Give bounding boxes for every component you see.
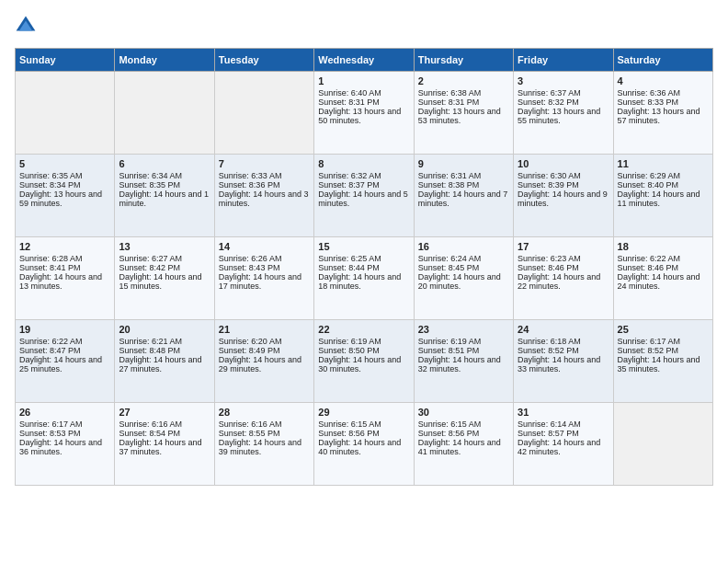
calendar-cell: 3 Sunrise: 6:37 AM Sunset: 8:32 PM Dayli… (514, 72, 613, 155)
sunset-text: Sunset: 8:44 PM (318, 263, 380, 272)
sunrise-text: Sunrise: 6:19 AM (418, 337, 482, 346)
day-header-sunday: Sunday (16, 49, 115, 72)
day-number: 26 (19, 407, 110, 418)
daylight-text: Daylight: 14 hours and 30 minutes. (318, 355, 401, 373)
day-number: 24 (518, 324, 609, 335)
calendar-cell: 17 Sunrise: 6:23 AM Sunset: 8:46 PM Dayl… (514, 237, 613, 320)
header-row: SundayMondayTuesdayWednesdayThursdayFrid… (16, 49, 713, 72)
calendar-cell (115, 72, 214, 155)
calendar-cell: 28 Sunrise: 6:16 AM Sunset: 8:55 PM Dayl… (214, 403, 313, 486)
day-number: 27 (119, 407, 210, 418)
sunset-text: Sunset: 8:55 PM (219, 429, 280, 438)
calendar-cell: 13 Sunrise: 6:27 AM Sunset: 8:42 PM Dayl… (115, 237, 214, 320)
daylight-text: Daylight: 14 hours and 24 minutes. (618, 272, 700, 291)
day-number: 28 (219, 407, 310, 418)
day-header-thursday: Thursday (414, 49, 513, 72)
day-header-friday: Friday (514, 49, 613, 72)
daylight-text: Daylight: 14 hours and 18 minutes. (318, 272, 401, 291)
daylight-text: Daylight: 14 hours and 32 minutes. (418, 355, 501, 373)
day-number: 7 (219, 158, 310, 169)
sunrise-text: Sunrise: 6:34 AM (119, 171, 182, 180)
day-number: 23 (418, 324, 509, 335)
calendar-cell: 18 Sunrise: 6:22 AM Sunset: 8:46 PM Dayl… (613, 237, 712, 320)
sunrise-text: Sunrise: 6:15 AM (418, 419, 482, 429)
calendar-cell: 4 Sunrise: 6:36 AM Sunset: 8:33 PM Dayli… (613, 72, 712, 155)
daylight-text: Daylight: 14 hours and 1 minute. (119, 190, 209, 208)
sunrise-text: Sunrise: 6:21 AM (119, 337, 182, 346)
daylight-text: Daylight: 14 hours and 35 minutes. (618, 355, 700, 373)
sunrise-text: Sunrise: 6:31 AM (418, 171, 482, 180)
day-number: 20 (119, 324, 210, 335)
day-number: 10 (518, 158, 609, 169)
day-number: 9 (418, 158, 509, 169)
sunrise-text: Sunrise: 6:16 AM (119, 419, 182, 429)
daylight-text: Daylight: 13 hours and 53 minutes. (418, 107, 501, 125)
sunrise-text: Sunrise: 6:36 AM (618, 88, 681, 98)
sunrise-text: Sunrise: 6:28 AM (19, 254, 83, 263)
day-number: 21 (219, 324, 310, 335)
day-number: 30 (418, 407, 509, 418)
calendar-cell: 7 Sunrise: 6:33 AM Sunset: 8:36 PM Dayli… (214, 155, 313, 237)
sunset-text: Sunset: 8:50 PM (318, 346, 380, 355)
sunset-text: Sunset: 8:31 PM (318, 98, 380, 107)
sunset-text: Sunset: 8:53 PM (19, 429, 81, 438)
sunrise-text: Sunrise: 6:14 AM (518, 419, 581, 429)
sunset-text: Sunset: 8:36 PM (219, 180, 280, 190)
calendar-cell: 29 Sunrise: 6:15 AM Sunset: 8:56 PM Dayl… (314, 403, 414, 486)
sunset-text: Sunset: 8:38 PM (418, 180, 480, 190)
logo-icon (15, 15, 37, 37)
sunset-text: Sunset: 8:43 PM (219, 263, 280, 272)
daylight-text: Daylight: 14 hours and 40 minutes. (318, 438, 401, 456)
sunset-text: Sunset: 8:49 PM (219, 346, 280, 355)
daylight-text: Daylight: 14 hours and 22 minutes. (518, 272, 600, 291)
daylight-text: Daylight: 14 hours and 15 minutes. (119, 272, 201, 291)
sunrise-text: Sunrise: 6:19 AM (318, 337, 381, 346)
sunset-text: Sunset: 8:32 PM (518, 98, 579, 107)
calendar-cell: 11 Sunrise: 6:29 AM Sunset: 8:40 PM Dayl… (613, 155, 712, 237)
calendar-cell: 5 Sunrise: 6:35 AM Sunset: 8:34 PM Dayli… (16, 155, 115, 237)
sunset-text: Sunset: 8:56 PM (318, 429, 380, 438)
sunset-text: Sunset: 8:46 PM (518, 263, 579, 272)
sunrise-text: Sunrise: 6:30 AM (518, 171, 581, 180)
daylight-text: Daylight: 13 hours and 59 minutes. (19, 190, 102, 208)
day-number: 11 (618, 158, 709, 169)
daylight-text: Daylight: 14 hours and 36 minutes. (19, 438, 102, 456)
sunrise-text: Sunrise: 6:23 AM (518, 254, 581, 263)
daylight-text: Daylight: 14 hours and 20 minutes. (418, 272, 501, 291)
week-row-3: 19 Sunrise: 6:22 AM Sunset: 8:47 PM Dayl… (16, 320, 713, 403)
day-number: 3 (518, 75, 609, 86)
sunset-text: Sunset: 8:37 PM (318, 180, 380, 190)
sunset-text: Sunset: 8:31 PM (418, 98, 480, 107)
sunset-text: Sunset: 8:52 PM (618, 346, 679, 355)
sunrise-text: Sunrise: 6:24 AM (418, 254, 482, 263)
daylight-text: Daylight: 14 hours and 41 minutes. (418, 438, 501, 456)
daylight-text: Daylight: 14 hours and 11 minutes. (618, 190, 700, 208)
sunrise-text: Sunrise: 6:15 AM (318, 419, 381, 429)
sunset-text: Sunset: 8:51 PM (418, 346, 480, 355)
sunset-text: Sunset: 8:42 PM (119, 263, 180, 272)
daylight-text: Daylight: 14 hours and 33 minutes. (518, 355, 600, 373)
day-number: 4 (618, 75, 709, 86)
daylight-text: Daylight: 14 hours and 13 minutes. (19, 272, 102, 291)
day-number: 25 (618, 324, 709, 335)
daylight-text: Daylight: 14 hours and 27 minutes. (119, 355, 201, 373)
day-number: 5 (19, 158, 110, 169)
calendar-cell: 2 Sunrise: 6:38 AM Sunset: 8:31 PM Dayli… (414, 72, 513, 155)
sunrise-text: Sunrise: 6:22 AM (618, 254, 681, 263)
sunset-text: Sunset: 8:54 PM (119, 429, 180, 438)
calendar-cell (16, 72, 115, 155)
week-row-2: 12 Sunrise: 6:28 AM Sunset: 8:41 PM Dayl… (16, 237, 713, 320)
calendar-cell: 1 Sunrise: 6:40 AM Sunset: 8:31 PM Dayli… (314, 72, 414, 155)
sunrise-text: Sunrise: 6:17 AM (618, 337, 681, 346)
daylight-text: Daylight: 14 hours and 3 minutes. (219, 190, 309, 208)
daylight-text: Daylight: 14 hours and 39 minutes. (219, 438, 301, 456)
daylight-text: Daylight: 14 hours and 29 minutes. (219, 355, 301, 373)
sunset-text: Sunset: 8:52 PM (518, 346, 579, 355)
daylight-text: Daylight: 14 hours and 9 minutes. (518, 190, 608, 208)
day-number: 6 (119, 158, 210, 169)
calendar-table: SundayMondayTuesdayWednesdayThursdayFrid… (15, 48, 713, 486)
sunrise-text: Sunrise: 6:32 AM (318, 171, 381, 180)
sunset-text: Sunset: 8:48 PM (119, 346, 180, 355)
week-row-1: 5 Sunrise: 6:35 AM Sunset: 8:34 PM Dayli… (16, 155, 713, 237)
calendar-cell: 16 Sunrise: 6:24 AM Sunset: 8:45 PM Dayl… (414, 237, 513, 320)
